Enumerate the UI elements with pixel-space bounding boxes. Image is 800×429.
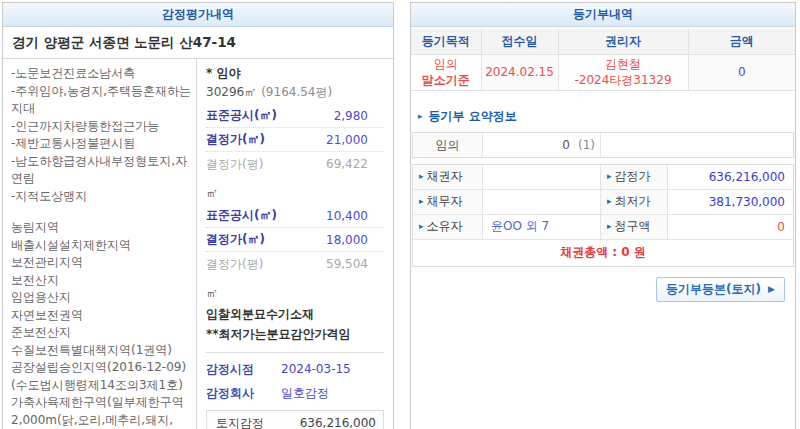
amount-value: 0 — [738, 65, 746, 79]
meta-label: 감정시점 — [206, 361, 281, 378]
appraisal-values-column: * 임야 30296㎡(9164.54평) 표준공시(㎡) 2,980 결정가(… — [197, 59, 393, 429]
unit-line: ㎡ — [206, 176, 384, 204]
purpose-text: 임의 — [434, 57, 458, 71]
arrow-right-icon: ▶ — [768, 285, 775, 294]
registry-summary-title-text: 등기부 요약정보 — [429, 108, 517, 125]
summary-label-text: 채무자 — [427, 193, 463, 210]
zone-line: 준보전산지 — [11, 324, 192, 342]
cell-purpose: 임의 말소기준 — [411, 54, 481, 90]
meta-value: 일호감정 — [281, 385, 329, 402]
total-claims-line: 채권총액 : 0 원 — [413, 240, 793, 266]
value-row-label: 표준공시(㎡) — [206, 207, 277, 224]
total-amount: 636,216,000 — [287, 411, 383, 429]
summary-label-appraised: ▸ 감정가 — [601, 165, 668, 189]
triangle-right-icon: ▸ — [419, 172, 424, 181]
summary-value-owner: 윤OO 외 7 — [483, 215, 601, 239]
zone-line: 배출시설설치제한지역 — [11, 237, 192, 255]
registry-summary-title: ▸ 등기부 요약정보 — [418, 108, 795, 125]
zone-line: 보전산지 — [11, 272, 192, 290]
col-header-purpose: 등기목적 — [411, 29, 481, 54]
meta-row: 감정회사 일호감정 — [206, 381, 384, 405]
value-row-label: 표준공시(㎡) — [206, 107, 277, 124]
land-area-pyeong: (9164.54평) — [261, 85, 332, 99]
cell-date: 2024.02.15 — [481, 54, 558, 90]
summary-label-debtor: ▸ 채무자 — [413, 190, 483, 214]
meta-row: 감정시점 2024-03-15 — [206, 357, 384, 381]
registry-header-row: 등기목적 접수일 권리자 금액 — [411, 29, 795, 54]
summary-row: ▸ 소유자 윤OO 외 7 ▸ 청구액 0 — [413, 215, 793, 240]
summary-value-claim: 0 — [668, 215, 793, 239]
case-row-spacer — [601, 133, 793, 157]
zone-line: 농림지역 — [11, 219, 192, 237]
col-header-holder: 권리자 — [558, 29, 688, 54]
land-area-line: 30296㎡(9164.54평) — [206, 83, 384, 104]
zone-line: 가축사육제한구역(일부제한구역2,000m(닭,오리,메추리,돼지,개)) — [11, 394, 192, 429]
value-row-label: 결정가(평) — [206, 256, 263, 273]
note-line: -제반교통사정불편시됨 — [11, 135, 192, 153]
appraisal-panel-title: 감정평가내역 — [3, 3, 393, 27]
summary-value-minimum: 381,730,000 — [668, 190, 793, 214]
value-row-amount: 18,000 — [326, 233, 368, 247]
meta-label: 감정회사 — [206, 385, 281, 402]
note-line: -남도하향급경사내부정형토지,자연림 — [11, 153, 192, 188]
triangle-right-icon: ▸ — [419, 222, 424, 231]
zone-line: 공장설립승인지역(2016-12-09)(수도법시행령제14조의3제1호) — [11, 359, 192, 394]
registry-copy-button[interactable]: 등기부등본(토지) ▶ — [656, 277, 785, 302]
col-header-amount: 금액 — [688, 29, 795, 54]
note-line: -주위임야,농경지,주택등혼재하는지대 — [11, 83, 192, 118]
summary-label-text: 채권자 — [427, 168, 463, 185]
triangle-right-icon: ▸ — [419, 197, 424, 206]
value-row: 결정가(평) 69,422 — [206, 152, 384, 176]
remark-line: 입찰외분묘수기소재 — [206, 304, 384, 324]
appraisal-total-table: 토지감정 636,216,000 합계 636,216,000 — [206, 410, 384, 429]
note-line: -인근까지차량통한접근가능 — [11, 118, 192, 136]
summary-label-text: 소유자 — [427, 218, 463, 235]
case-count-value: 0(1) — [483, 133, 601, 157]
zone-line: 자연보전권역 — [11, 307, 192, 325]
unit-line: ㎡ — [206, 276, 384, 304]
location-notes-column: -노문보건진료소남서측 -주위임야,농경지,주택등혼재하는지대 -인근까지차량통… — [3, 59, 197, 429]
summary-label-minimum: ▸ 최저가 — [601, 190, 668, 214]
summary-row: ▸ 채무자 ▸ 최저가 381,730,000 — [413, 190, 793, 215]
value-row: 표준공시(㎡) 10,400 — [206, 204, 384, 228]
summary-label-text: 청구액 — [615, 218, 651, 235]
summary-value-appraised: 636,216,000 — [668, 165, 793, 189]
land-type: * 임야 — [206, 62, 384, 83]
holder-case-number: -2024타경31329 — [574, 73, 671, 87]
total-label: 토지감정 — [207, 411, 287, 429]
summary-label-creditor: ▸ 채권자 — [413, 165, 483, 189]
case-count-number: 0 — [562, 138, 570, 152]
triangle-right-icon: ▸ — [607, 172, 612, 181]
case-type-label: 임의 — [413, 133, 483, 157]
zone-line: 보전관리지역 — [11, 254, 192, 272]
summary-label-text: 감정가 — [615, 168, 651, 185]
triangle-right-icon: ▸ — [607, 222, 612, 231]
purpose-note: 말소기준 — [422, 73, 470, 87]
cell-holder: 김현철 -2024타경31329 — [558, 54, 688, 90]
value-row-amount: 59,504 — [326, 257, 368, 271]
total-row: 토지감정 636,216,000 — [207, 411, 383, 429]
col-header-date: 접수일 — [481, 29, 558, 54]
value-row: 결정가(㎡) 18,000 — [206, 228, 384, 252]
registry-data-row: 임의 말소기준 2024.02.15 김현철 -2024타경31329 0 — [411, 54, 795, 90]
registry-panel-title: 등기부내역 — [411, 3, 795, 27]
zone-line: 임업용산지 — [11, 289, 192, 307]
property-address: 경기 양평군 서종면 노문리 산47-14 — [3, 27, 393, 59]
section-divider — [206, 352, 384, 353]
value-row-label: 결정가(㎡) — [206, 131, 265, 148]
land-area: 30296㎡ — [206, 85, 256, 99]
triangle-right-icon: ▸ — [607, 197, 612, 206]
summary-value-creditor — [483, 165, 601, 189]
zoning-list: 농림지역 배출시설설치제한지역 보전관리지역 보전산지 임업용산지 자연보전권역… — [11, 219, 192, 429]
registry-summary-table: ▸ 채권자 ▸ 감정가 636,216,000 ▸ 채무자 ▸ 최저가 381,… — [412, 164, 794, 267]
value-row: 결정가(㎡) 21,000 — [206, 128, 384, 152]
value-row-amount: 10,400 — [326, 209, 368, 223]
holder-name: 김현철 — [605, 57, 641, 71]
value-row-label: 결정가(평) — [206, 156, 263, 173]
note-line: -지적도상맹지 — [11, 188, 192, 206]
value-row-label: 결정가(㎡) — [206, 231, 265, 248]
registry-copy-button-label: 등기부등본(토지) — [666, 281, 761, 298]
cell-amount: 0 — [688, 54, 795, 90]
summary-label-text: 최저가 — [615, 193, 651, 210]
triangle-right-icon: ▸ — [418, 112, 423, 121]
